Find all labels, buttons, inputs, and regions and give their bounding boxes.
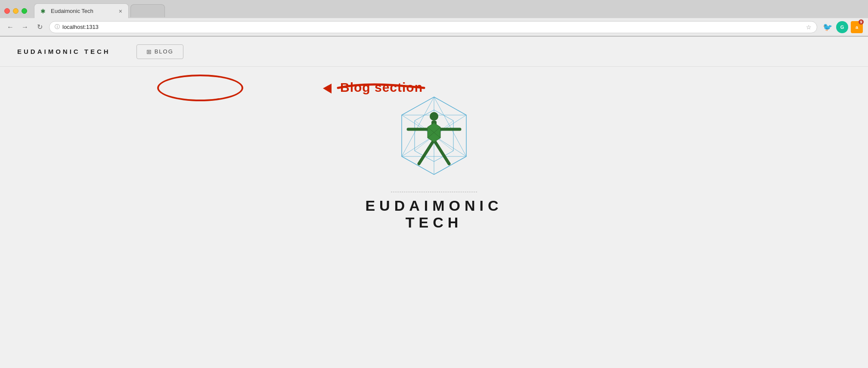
bookmark-icon[interactable]: ☆ [806,24,812,31]
extensions-area: 🐦 G a9 [822,21,863,33]
site-hero: EUDAIMONIC TECH [0,67,868,231]
hero-logo [391,93,477,179]
tab-close-button[interactable]: × [119,8,122,15]
refresh-button[interactable]: ↻ [34,22,45,32]
site-logo: EUDAIMONIC TECH [17,48,111,55]
website-content: EUDAIMONIC TECH ⊞ BLOG [0,37,868,368]
address-bar[interactable]: ⓘ localhost:1313 ☆ [49,21,817,33]
back-button[interactable]: ← [5,22,16,32]
twitter-ext[interactable]: 🐦 [822,21,834,33]
close-button[interactable] [4,8,10,14]
forward-button[interactable]: → [20,22,30,32]
tab-title: Eudaimonic Tech [51,8,115,14]
window-controls [4,8,27,14]
security-icon: ⓘ [55,23,60,31]
maximize-button[interactable] [22,8,27,14]
tab-favicon: ✱ [40,8,47,15]
address-bar-row: ← → ↻ ⓘ localhost:1313 ☆ 🐦 G a9 [0,18,868,36]
blog-nav-item[interactable]: ⊞ BLOG [136,44,183,59]
blog-nav-label: BLOG [155,48,174,55]
grammarly-ext[interactable]: G [836,21,848,33]
site-navigation: EUDAIMONIC TECH ⊞ BLOG [0,37,868,67]
svg-point-11 [430,112,438,121]
amazon-ext[interactable]: a9 [851,21,863,33]
hero-title-line2: TECH [406,214,463,231]
hero-title-line1: EUDAIMONIC [365,197,502,214]
active-tab[interactable]: ✱ Eudaimonic Tech × [34,3,129,18]
hero-separator [391,192,477,192]
inactive-tab[interactable] [130,4,165,17]
minimize-button[interactable] [13,8,19,14]
address-text: localhost:1313 [62,24,803,30]
blog-icon: ⊞ [146,48,152,55]
